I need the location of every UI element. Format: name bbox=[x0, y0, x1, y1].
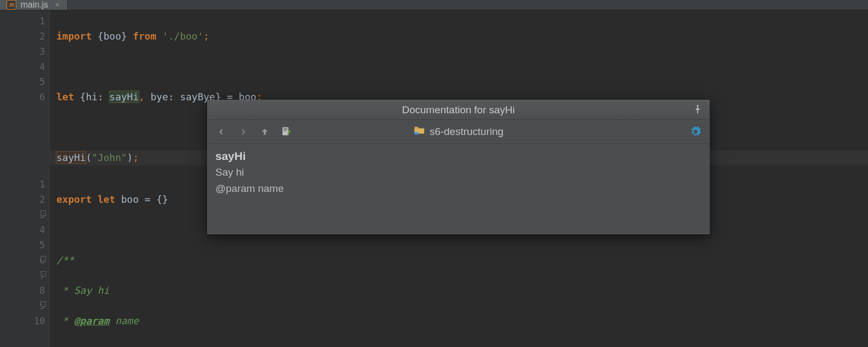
fold-gutter-icon[interactable]: - bbox=[41, 210, 46, 216]
svg-rect-1 bbox=[284, 128, 288, 129]
file-tab-main[interactable]: JS main.js × bbox=[0, 0, 68, 10]
line-number: 4 bbox=[0, 59, 45, 74]
documentation-popup: Documentation for sayHi s6-destructuring bbox=[207, 100, 710, 234]
gutter-boo: 1 2 3- 4 5 6- 7- 8 9- 10 bbox=[0, 174, 50, 347]
close-tab-icon[interactable]: × bbox=[53, 0, 62, 10]
up-arrow-icon[interactable] bbox=[258, 125, 272, 139]
line-number: 7- bbox=[0, 268, 45, 283]
line-number: 4 bbox=[0, 222, 45, 237]
line-number: 3 bbox=[0, 44, 45, 59]
line-number: 8 bbox=[0, 283, 45, 298]
line-number: 3- bbox=[0, 207, 45, 222]
line-number: 5 bbox=[0, 74, 45, 89]
back-arrow-icon[interactable] bbox=[214, 125, 228, 139]
doc-toolbar: s6-destructuring bbox=[208, 120, 709, 144]
line-number: 2 bbox=[0, 192, 45, 207]
line-number: 6 bbox=[0, 89, 45, 105]
line-number: 9- bbox=[0, 298, 45, 313]
line-number: 5 bbox=[0, 237, 45, 253]
line-number: 10 bbox=[0, 313, 45, 329]
svg-rect-5 bbox=[414, 132, 418, 135]
line-number: 2 bbox=[0, 29, 45, 44]
gear-icon[interactable] bbox=[688, 125, 703, 139]
tab-filename: main.js bbox=[21, 0, 48, 10]
svg-rect-3 bbox=[284, 131, 287, 131]
doc-location-name: s6-destructuring bbox=[430, 126, 503, 138]
fold-gutter-icon[interactable]: - bbox=[41, 271, 46, 277]
line-number: 1 bbox=[0, 14, 45, 29]
doc-symbol-name: sayHi bbox=[215, 148, 701, 164]
line-number: 1 bbox=[0, 177, 45, 192]
doc-param-line: @param name bbox=[215, 181, 701, 197]
fold-gutter-icon[interactable]: - bbox=[41, 256, 46, 261]
edit-source-icon[interactable] bbox=[279, 125, 293, 139]
doc-location[interactable]: s6-destructuring bbox=[413, 125, 503, 138]
folder-icon bbox=[413, 125, 425, 138]
pin-icon[interactable] bbox=[692, 104, 704, 115]
doc-popup-title: Documentation for sayHi bbox=[208, 104, 709, 116]
doc-popup-header[interactable]: Documentation for sayHi bbox=[208, 100, 709, 120]
tab-bar-top: JS main.js × bbox=[0, 0, 868, 10]
svg-rect-2 bbox=[284, 130, 288, 130]
doc-body: sayHi Say hi @param name bbox=[208, 144, 709, 234]
forward-arrow-icon[interactable] bbox=[236, 125, 250, 139]
fold-gutter-icon[interactable]: - bbox=[41, 301, 46, 307]
doc-description: Say hi bbox=[215, 164, 701, 181]
js-file-icon: JS bbox=[7, 0, 16, 10]
line-number: 6- bbox=[0, 253, 45, 268]
